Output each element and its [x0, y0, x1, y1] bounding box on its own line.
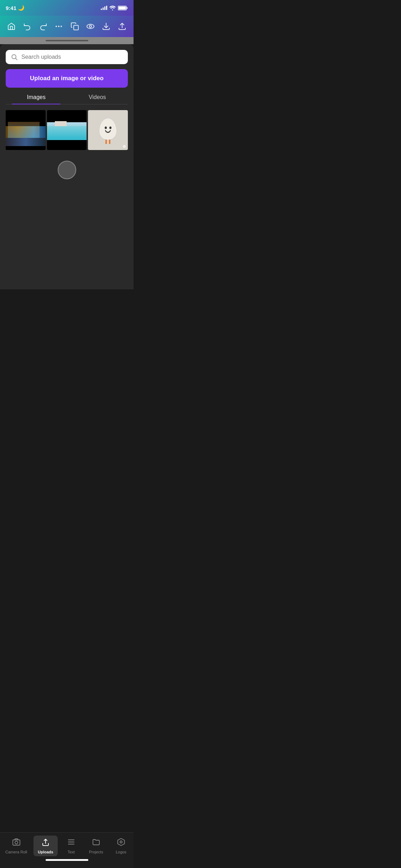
egg-eye-left — [105, 126, 107, 129]
handle-bar — [46, 40, 88, 41]
svg-line-10 — [16, 58, 17, 60]
search-input[interactable] — [21, 54, 123, 60]
svg-point-3 — [56, 26, 57, 27]
egg-leg-left — [105, 140, 107, 144]
image-cell-3[interactable] — [88, 110, 128, 150]
preview-icon — [86, 22, 95, 31]
svg-rect-6 — [74, 25, 78, 30]
battery-icon — [118, 6, 128, 10]
svg-point-7 — [87, 24, 94, 29]
handle-bar-wrapper — [0, 37, 134, 44]
svg-point-9 — [12, 55, 16, 59]
moon-icon: 🌙 — [18, 5, 25, 11]
tab-videos[interactable]: Videos — [67, 94, 128, 104]
egg-body — [99, 118, 117, 140]
undo-button[interactable] — [20, 19, 35, 33]
wifi-icon — [109, 6, 116, 10]
floating-button[interactable] — [58, 161, 76, 179]
main-panel: Upload an image or video Images Videos — [0, 44, 134, 289]
share-icon — [118, 22, 126, 31]
undo-icon — [23, 22, 32, 31]
home-button[interactable] — [4, 19, 19, 33]
svg-point-8 — [89, 25, 92, 27]
image-cell-1[interactable] — [6, 110, 46, 150]
image-cell-2[interactable] — [47, 110, 87, 150]
redo-icon — [39, 22, 47, 31]
svg-point-4 — [58, 26, 59, 27]
status-time: 9:41 🌙 — [6, 5, 25, 11]
status-icons — [101, 6, 128, 10]
tab-images[interactable]: Images — [6, 94, 67, 104]
toolbar — [0, 16, 134, 37]
svg-point-5 — [61, 26, 62, 27]
upload-button[interactable]: Upload an image or video — [6, 69, 128, 88]
svg-rect-1 — [127, 7, 127, 9]
download-button[interactable] — [99, 19, 113, 33]
egg-eye-right — [109, 126, 111, 129]
tabs-container: Images Videos — [6, 94, 128, 104]
preview-button[interactable] — [83, 19, 98, 33]
share-button[interactable] — [115, 19, 129, 33]
image-grid — [6, 110, 128, 150]
egg-mouth — [105, 130, 111, 133]
search-icon — [11, 53, 18, 61]
search-container — [6, 50, 128, 64]
more-icon — [54, 22, 63, 31]
svg-rect-2 — [119, 6, 126, 9]
home-icon — [7, 22, 16, 31]
redo-button[interactable] — [36, 19, 50, 33]
more-button[interactable] — [52, 19, 66, 33]
dot-indicator — [123, 145, 126, 148]
egg-leg-right — [109, 140, 110, 144]
copy-icon — [71, 22, 79, 31]
time-label: 9:41 — [6, 5, 16, 11]
signal-icon — [101, 6, 107, 10]
status-bar: 9:41 🌙 — [0, 0, 134, 16]
copy-button[interactable] — [68, 19, 82, 33]
download-icon — [102, 22, 110, 31]
